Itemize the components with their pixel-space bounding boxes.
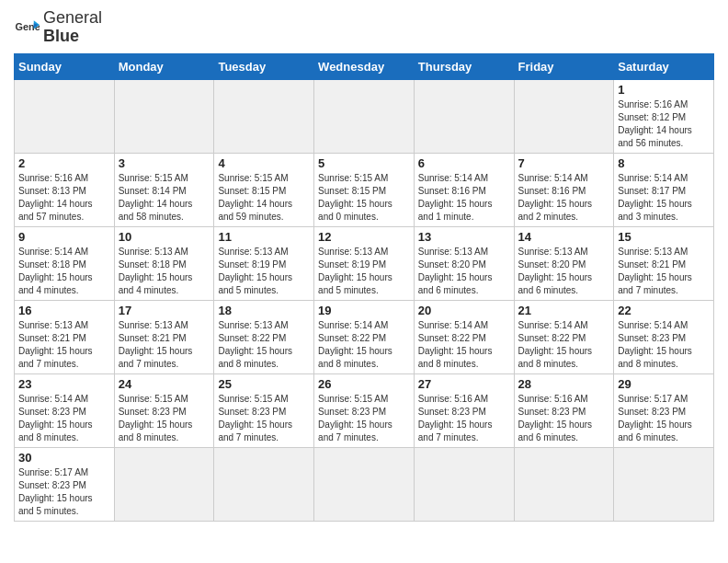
calendar-day-cell: 9Sunrise: 5:14 AMSunset: 8:18 PMDaylight… [15, 226, 115, 300]
day-number: 30 [18, 451, 110, 465]
weekday-header-sunday: Sunday [15, 53, 115, 79]
weekday-header-saturday: Saturday [614, 53, 714, 79]
day-number: 7 [518, 156, 610, 170]
day-sun-info: Sunrise: 5:13 AMSunset: 8:21 PMDaylight:… [618, 246, 710, 297]
calendar-day-cell: 5Sunrise: 5:15 AMSunset: 8:15 PMDaylight… [314, 153, 415, 226]
weekday-header-friday: Friday [514, 53, 614, 79]
day-number: 29 [618, 377, 710, 391]
calendar-day-cell [514, 79, 614, 153]
day-number: 23 [18, 377, 110, 391]
day-number: 17 [119, 304, 210, 317]
calendar-day-cell: 21Sunrise: 5:14 AMSunset: 8:22 PMDayligh… [514, 300, 614, 373]
day-sun-info: Sunrise: 5:13 AMSunset: 8:21 PMDaylight:… [119, 319, 210, 371]
weekday-header-tuesday: Tuesday [214, 53, 314, 79]
calendar-day-cell [114, 79, 214, 153]
day-number: 13 [418, 230, 510, 244]
day-number: 2 [18, 156, 110, 170]
calendar-week-row: 2Sunrise: 5:16 AMSunset: 8:13 PMDaylight… [15, 153, 714, 226]
day-number: 9 [18, 230, 110, 244]
day-sun-info: Sunrise: 5:16 AMSunset: 8:12 PMDaylight:… [618, 98, 710, 150]
day-number: 20 [418, 304, 510, 317]
calendar-day-cell: 8Sunrise: 5:14 AMSunset: 8:17 PMDaylight… [614, 153, 714, 226]
calendar-day-cell: 22Sunrise: 5:14 AMSunset: 8:23 PMDayligh… [614, 300, 714, 373]
calendar-week-row: 16Sunrise: 5:13 AMSunset: 8:21 PMDayligh… [15, 300, 714, 373]
day-sun-info: Sunrise: 5:14 AMSunset: 8:23 PMDaylight:… [18, 393, 110, 444]
day-number: 22 [618, 304, 710, 317]
day-sun-info: Sunrise: 5:14 AMSunset: 8:17 PMDaylight:… [618, 172, 710, 224]
calendar-day-cell: 24Sunrise: 5:15 AMSunset: 8:23 PMDayligh… [114, 373, 214, 447]
calendar-day-cell: 11Sunrise: 5:13 AMSunset: 8:19 PMDayligh… [214, 226, 314, 300]
calendar-day-cell: 17Sunrise: 5:13 AMSunset: 8:21 PMDayligh… [114, 300, 214, 373]
page-header: General GeneralBlue [14, 9, 714, 46]
day-sun-info: Sunrise: 5:13 AMSunset: 8:19 PMDaylight:… [318, 246, 410, 297]
calendar-day-cell: 3Sunrise: 5:15 AMSunset: 8:14 PMDaylight… [114, 153, 214, 226]
calendar-day-cell: 1Sunrise: 5:16 AMSunset: 8:12 PMDaylight… [614, 79, 714, 153]
weekday-header-thursday: Thursday [414, 53, 514, 79]
calendar-day-cell: 13Sunrise: 5:13 AMSunset: 8:20 PMDayligh… [414, 226, 514, 300]
calendar-day-cell [15, 79, 115, 153]
calendar-day-cell: 27Sunrise: 5:16 AMSunset: 8:23 PMDayligh… [414, 373, 514, 447]
calendar-day-cell: 19Sunrise: 5:14 AMSunset: 8:22 PMDayligh… [314, 300, 415, 373]
day-number: 19 [318, 304, 410, 317]
calendar-day-cell [314, 447, 415, 521]
day-number: 16 [18, 304, 110, 317]
day-sun-info: Sunrise: 5:17 AMSunset: 8:23 PMDaylight:… [18, 466, 110, 518]
calendar-week-row: 30Sunrise: 5:17 AMSunset: 8:23 PMDayligh… [15, 447, 714, 521]
calendar-day-cell: 14Sunrise: 5:13 AMSunset: 8:20 PMDayligh… [514, 226, 614, 300]
day-sun-info: Sunrise: 5:15 AMSunset: 8:23 PMDaylight:… [119, 393, 210, 444]
calendar-day-cell [214, 79, 314, 153]
calendar-day-cell: 15Sunrise: 5:13 AMSunset: 8:21 PMDayligh… [614, 226, 714, 300]
day-number: 15 [618, 230, 710, 244]
calendar-day-cell [614, 447, 714, 521]
logo-text: GeneralBlue [43, 9, 102, 46]
day-sun-info: Sunrise: 5:17 AMSunset: 8:23 PMDaylight:… [618, 393, 710, 444]
day-sun-info: Sunrise: 5:13 AMSunset: 8:20 PMDaylight:… [418, 246, 510, 297]
day-number: 26 [318, 377, 410, 391]
day-sun-info: Sunrise: 5:14 AMSunset: 8:22 PMDaylight:… [318, 319, 410, 371]
day-number: 11 [218, 230, 310, 244]
day-number: 1 [618, 83, 710, 97]
day-number: 14 [518, 230, 610, 244]
calendar-day-cell: 12Sunrise: 5:13 AMSunset: 8:19 PMDayligh… [314, 226, 415, 300]
day-sun-info: Sunrise: 5:13 AMSunset: 8:18 PMDaylight:… [119, 246, 210, 297]
day-number: 4 [218, 156, 310, 170]
day-sun-info: Sunrise: 5:15 AMSunset: 8:23 PMDaylight:… [218, 393, 310, 444]
day-sun-info: Sunrise: 5:14 AMSunset: 8:18 PMDaylight:… [18, 246, 110, 297]
calendar-day-cell: 7Sunrise: 5:14 AMSunset: 8:16 PMDaylight… [514, 153, 614, 226]
day-sun-info: Sunrise: 5:16 AMSunset: 8:23 PMDaylight:… [418, 393, 510, 444]
day-number: 8 [618, 156, 710, 170]
calendar-day-cell: 6Sunrise: 5:14 AMSunset: 8:16 PMDaylight… [414, 153, 514, 226]
day-sun-info: Sunrise: 5:13 AMSunset: 8:22 PMDaylight:… [218, 319, 310, 371]
calendar-day-cell [214, 447, 314, 521]
calendar-day-cell: 28Sunrise: 5:16 AMSunset: 8:23 PMDayligh… [514, 373, 614, 447]
day-sun-info: Sunrise: 5:15 AMSunset: 8:14 PMDaylight:… [119, 172, 210, 224]
weekday-header-row: SundayMondayTuesdayWednesdayThursdayFrid… [15, 53, 714, 79]
generalblue-logo-icon: General [14, 15, 40, 40]
day-sun-info: Sunrise: 5:14 AMSunset: 8:23 PMDaylight:… [618, 319, 710, 371]
calendar-day-cell: 16Sunrise: 5:13 AMSunset: 8:21 PMDayligh… [15, 300, 115, 373]
day-number: 6 [418, 156, 510, 170]
weekday-header-monday: Monday [114, 53, 214, 79]
day-sun-info: Sunrise: 5:15 AMSunset: 8:15 PMDaylight:… [218, 172, 310, 224]
calendar-day-cell: 10Sunrise: 5:13 AMSunset: 8:18 PMDayligh… [114, 226, 214, 300]
calendar-week-row: 23Sunrise: 5:14 AMSunset: 8:23 PMDayligh… [15, 373, 714, 447]
day-sun-info: Sunrise: 5:14 AMSunset: 8:16 PMDaylight:… [418, 172, 510, 224]
calendar-day-cell [114, 447, 214, 521]
calendar-day-cell [414, 79, 514, 153]
calendar-day-cell: 20Sunrise: 5:14 AMSunset: 8:22 PMDayligh… [414, 300, 514, 373]
day-sun-info: Sunrise: 5:13 AMSunset: 8:19 PMDaylight:… [218, 246, 310, 297]
day-number: 25 [218, 377, 310, 391]
day-sun-info: Sunrise: 5:16 AMSunset: 8:23 PMDaylight:… [518, 393, 610, 444]
calendar-day-cell: 4Sunrise: 5:15 AMSunset: 8:15 PMDaylight… [214, 153, 314, 226]
calendar-day-cell [314, 79, 415, 153]
day-number: 24 [119, 377, 210, 391]
calendar-week-row: 1Sunrise: 5:16 AMSunset: 8:12 PMDaylight… [15, 79, 714, 153]
calendar-day-cell: 2Sunrise: 5:16 AMSunset: 8:13 PMDaylight… [15, 153, 115, 226]
calendar-day-cell [514, 447, 614, 521]
day-sun-info: Sunrise: 5:14 AMSunset: 8:22 PMDaylight:… [418, 319, 510, 371]
day-sun-info: Sunrise: 5:16 AMSunset: 8:13 PMDaylight:… [18, 172, 110, 224]
day-number: 28 [518, 377, 610, 391]
logo: General GeneralBlue [14, 9, 102, 46]
day-sun-info: Sunrise: 5:14 AMSunset: 8:16 PMDaylight:… [518, 172, 610, 224]
day-sun-info: Sunrise: 5:14 AMSunset: 8:22 PMDaylight:… [518, 319, 610, 371]
